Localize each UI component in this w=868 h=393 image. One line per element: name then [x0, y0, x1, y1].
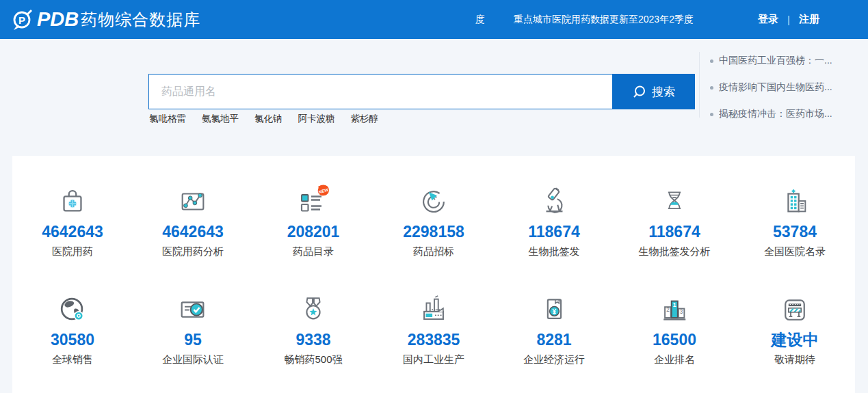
stat-card-under-construction[interactable]: 建设中 敬请期待	[735, 290, 855, 393]
stat-card-bio-lot-analysis[interactable]: 118674 生物批签发分析	[614, 182, 735, 290]
stat-card-domestic-production[interactable]: 283835 国内工业生产	[373, 290, 494, 393]
construction-barrier-icon	[735, 290, 855, 325]
globe-icon	[12, 290, 133, 325]
stat-card-bestseller-500[interactable]: 9338 畅销药500强	[253, 290, 373, 393]
pdb-logo-icon: P	[11, 7, 36, 33]
hot-keywords: 氯吡格雷 氨氯地平 氯化钠 阿卡波糖 紫杉醇	[149, 113, 378, 125]
stat-label: 企业国际认证	[133, 353, 253, 366]
medal-star-icon	[253, 290, 373, 325]
stat-value: 208201	[253, 223, 373, 241]
stat-label: 畅销药500强	[253, 353, 373, 366]
stat-card-global-sales[interactable]: 30580 全球销售	[12, 290, 133, 393]
announcement-text: 重点城市医院用药数据更新至2023年2季度	[514, 14, 694, 26]
chart-analysis-icon	[133, 182, 253, 217]
stats-grid: 4642643 医院用药 4642643 医院用药分析	[12, 156, 855, 393]
stat-card-international-certification[interactable]: 95 企业国际认证	[133, 290, 253, 393]
announcement-ticker: 度 重点城市医院用药数据更新至2023年2季度	[475, 0, 696, 39]
stat-label: 药品目录	[253, 245, 373, 258]
finance-book-icon	[494, 290, 614, 325]
stat-card-hospital-drug-use[interactable]: 4642643 医院用药	[12, 182, 133, 290]
news-item[interactable]: 疫情影响下国内生物医药...	[710, 81, 856, 94]
announcement-partial: 度	[475, 14, 485, 26]
stat-label: 企业经济运行	[494, 353, 614, 366]
search-icon	[632, 85, 646, 99]
stat-card-hospital-directory[interactable]: 53784 全国医院名录	[735, 182, 855, 290]
bullet-dot-icon	[710, 113, 713, 116]
top-header: P PDB 药物综合数据库 度 重点城市医院用药数据更新至2023年2季度 登录…	[0, 0, 868, 39]
medical-bag-icon	[12, 182, 133, 217]
stat-card-drug-catalog[interactable]: NEW 208201 药品目录	[253, 182, 373, 290]
site-title: 药物综合数据库	[81, 9, 200, 31]
svg-text:1: 1	[673, 301, 676, 308]
ranking-podium-icon: 2 3 1	[614, 290, 735, 325]
svg-text:2: 2	[666, 307, 670, 313]
hot-keyword-link[interactable]: 阿卡波糖	[298, 113, 335, 125]
stat-label: 医院用药分析	[133, 245, 253, 258]
stat-value: 16500	[614, 331, 735, 349]
news-item-text: 揭秘疫情冲击：医药市场...	[719, 108, 832, 120]
auth-links: 登录 | 注册	[758, 0, 819, 39]
news-item-text: 疫情影响下国内生物医药...	[719, 81, 832, 94]
stat-label: 企业排名	[614, 353, 735, 366]
stat-value: 95	[133, 331, 253, 349]
svg-text:P: P	[18, 14, 25, 25]
stat-label: 生物批签发	[494, 245, 614, 258]
stat-value: 2298158	[373, 223, 494, 241]
stat-label: 全球销售	[12, 353, 133, 366]
stat-value: 9338	[253, 331, 373, 349]
hot-keyword-link[interactable]: 紫杉醇	[351, 113, 379, 125]
stat-label: 全国医院名录	[735, 245, 855, 258]
factory-icon	[373, 290, 494, 325]
new-badge: NEW	[318, 185, 329, 195]
target-dart-icon	[373, 182, 494, 217]
search-input[interactable]	[148, 74, 612, 109]
stat-value: 118674	[494, 223, 614, 241]
stat-value: 118674	[614, 223, 735, 241]
stats-panel: 4642643 医院用药 4642643 医院用药分析	[12, 156, 855, 393]
stat-card-enterprise-economy[interactable]: 8281 企业经济运行	[494, 290, 614, 393]
news-item[interactable]: 中国医药工业百强榜：一...	[710, 55, 856, 67]
stat-value: 30580	[12, 331, 133, 349]
news-item-text: 中国医药工业百强榜：一...	[719, 55, 832, 67]
svg-text:3: 3	[680, 309, 683, 315]
stat-card-hospital-drug-analysis[interactable]: 4642643 医院用药分析	[133, 182, 253, 290]
stat-label: 敬请期待	[735, 353, 855, 366]
hot-keyword-link[interactable]: 氯化钠	[254, 113, 282, 125]
stat-value: 8281	[494, 331, 614, 349]
bullet-dot-icon	[710, 59, 713, 63]
certificate-check-icon	[133, 290, 253, 325]
stat-card-enterprise-ranking[interactable]: 2 3 1 16500 企业排名	[614, 290, 735, 393]
auth-separator: |	[787, 14, 790, 25]
search-button-label: 搜索	[652, 84, 675, 100]
stat-label: 医院用药	[12, 245, 133, 258]
stat-value: 53784	[735, 223, 855, 241]
stat-card-bio-lot-release[interactable]: 118674 生物批签发	[494, 182, 614, 290]
news-item[interactable]: 揭秘疫情冲击：医药市场...	[710, 108, 856, 120]
bullet-dot-icon	[710, 86, 713, 90]
stat-value: 4642643	[133, 223, 253, 241]
news-list: 中国医药工业百强榜：一... 疫情影响下国内生物医药... 揭秘疫情冲击：医药市…	[710, 55, 856, 135]
catalog-list-icon: NEW	[253, 182, 373, 217]
microscope-icon	[494, 182, 614, 217]
search-button[interactable]: 搜索	[612, 74, 695, 109]
news-divider	[699, 52, 700, 118]
stat-card-drug-tender[interactable]: 2298158 药品招标	[373, 182, 494, 290]
stat-value: 建设中	[735, 331, 855, 349]
brand-text: PDB	[37, 8, 79, 31]
stat-value: 4642643	[12, 223, 133, 241]
stat-label: 国内工业生产	[373, 353, 494, 366]
hospital-building-icon	[735, 182, 855, 217]
stat-label: 生物批签发分析	[614, 245, 735, 258]
register-link[interactable]: 注册	[799, 13, 819, 26]
login-link[interactable]: 登录	[758, 13, 778, 26]
site-logo[interactable]: P PDB 药物综合数据库	[11, 0, 200, 39]
stat-label: 药品招标	[373, 245, 494, 258]
hot-keyword-link[interactable]: 氨氯地平	[202, 113, 239, 125]
search-bar: 搜索	[148, 74, 695, 109]
stat-value: 283835	[373, 331, 494, 349]
hot-keyword-link[interactable]: 氯吡格雷	[149, 113, 186, 125]
dna-helix-icon	[614, 182, 735, 217]
